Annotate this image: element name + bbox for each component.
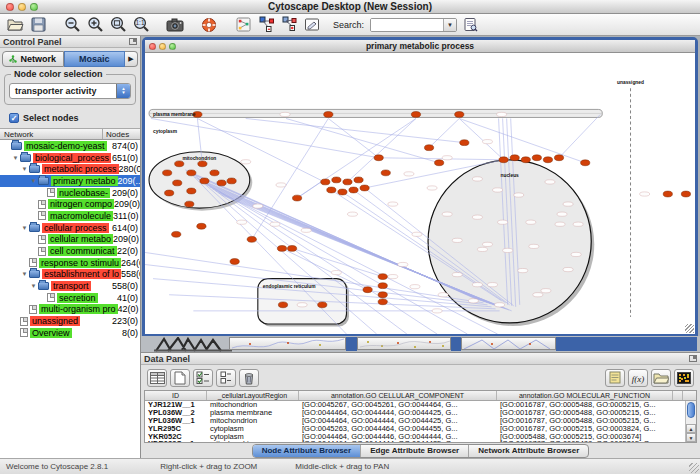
select-attributes-icon[interactable] [193, 369, 213, 387]
graph-node[interactable] [200, 178, 209, 184]
tree-item[interactable]: cellular metabo209(0) [0, 234, 140, 246]
graph-node-small[interactable] [412, 232, 422, 236]
tab-edge-attribute-browser[interactable]: Edge Attribute Browser [361, 445, 469, 457]
graph-node-small[interactable] [432, 309, 442, 313]
expand-arrow-icon[interactable]: ▼ [29, 178, 38, 184]
expand-arrow-icon[interactable]: ▼ [20, 225, 29, 231]
advanced-search-icon[interactable] [460, 16, 480, 34]
attribute-editor-icon[interactable] [605, 369, 625, 387]
graph-node[interactable] [321, 179, 330, 185]
tree-item[interactable]: response to stimulu264(0) [0, 257, 140, 269]
zoom-selected-icon[interactable]: 1:1 [131, 16, 151, 34]
graph-node[interactable] [543, 157, 552, 163]
graph-node-small[interactable] [427, 186, 437, 190]
float-panel-icon[interactable] [129, 38, 137, 45]
node-color-dropdown[interactable]: transporter activity ▲▼ [9, 83, 131, 99]
network-view-window[interactable]: primary metabolic process [142, 37, 698, 337]
graph-node[interactable] [532, 155, 541, 161]
vizmapper-icon[interactable] [256, 16, 276, 34]
graph-node-small[interactable] [388, 202, 398, 206]
tree-item[interactable]: Overview8(0) [0, 327, 140, 339]
graph-node-small[interactable] [452, 238, 462, 242]
graph-node-small[interactable] [301, 228, 311, 232]
graph-node-small[interactable] [533, 293, 543, 297]
graph-node[interactable] [185, 201, 194, 207]
scrollbar-thumb[interactable] [687, 402, 695, 418]
graph-node-small[interactable] [495, 303, 505, 307]
graph-node-small[interactable] [482, 140, 492, 144]
graph-node-small[interactable] [297, 303, 307, 307]
graph-node-small[interactable] [237, 220, 247, 224]
graph-node-small[interactable] [472, 177, 482, 181]
tree-item[interactable]: ▼establishment of lo558(0) [0, 269, 140, 281]
open-icon[interactable] [5, 16, 25, 34]
column-header[interactable] [673, 391, 683, 400]
graph-node[interactable] [227, 178, 236, 184]
table-row[interactable]: YDR039C__1mitochondrion[GO:0044464, GO:0… [145, 440, 696, 443]
graph-node-small[interactable] [276, 183, 286, 187]
graph-node-small[interactable] [438, 293, 448, 297]
graph-node[interactable] [163, 170, 172, 176]
graph-node[interactable] [187, 188, 196, 194]
graph-node-small[interactable] [347, 212, 357, 216]
graph-node[interactable] [165, 190, 174, 196]
function-builder-icon[interactable]: f(x) [628, 369, 648, 387]
expand-arrow-icon[interactable]: ▼ [11, 155, 20, 161]
graph-node-small[interactable] [557, 212, 567, 216]
graph-node[interactable] [197, 223, 206, 229]
graph-node[interactable] [338, 189, 347, 195]
graph-node[interactable] [510, 155, 519, 161]
graph-node[interactable] [198, 161, 207, 167]
graph-node-small[interactable] [541, 289, 551, 293]
background-window-edge[interactable] [346, 337, 357, 351]
graph-node[interactable] [435, 160, 444, 166]
expand-arrow-icon[interactable]: ▼ [20, 166, 29, 172]
graph-node-small[interactable] [526, 220, 536, 224]
import-table-icon[interactable] [147, 369, 167, 387]
graph-node-small[interactable] [563, 267, 573, 271]
graph-node-small[interactable] [503, 248, 513, 252]
column-header[interactable]: _cellularLayoutRegion [207, 391, 299, 400]
graph-node-small[interactable] [253, 204, 263, 208]
background-window-thumbnail[interactable] [357, 337, 451, 350]
graph-node-small[interactable] [573, 222, 583, 226]
graph-node[interactable] [210, 170, 219, 176]
column-header[interactable]: annotation.GO CELLULAR_COMPONENT [299, 391, 497, 400]
graph-node[interactable] [327, 187, 336, 193]
delete-attribute-icon[interactable] [239, 369, 259, 387]
graph-node[interactable] [581, 160, 590, 166]
graph-node[interactable] [292, 195, 301, 201]
graph-node[interactable] [460, 140, 469, 146]
graph-node[interactable] [343, 179, 352, 185]
graph-node[interactable] [363, 287, 372, 293]
network-canvas[interactable]: plasma membrane cytoplasm mitochondrion … [145, 53, 695, 334]
graph-node-small[interactable] [472, 215, 482, 219]
search-input[interactable] [371, 19, 443, 31]
save-icon[interactable] [28, 16, 48, 34]
tree-item[interactable]: secretion41(0) [0, 292, 140, 304]
graph-node[interactable] [455, 112, 464, 118]
tree-item[interactable]: mosaic-demo-yeast874(0) [0, 140, 140, 152]
graph-node-small[interactable] [514, 193, 524, 197]
graph-node[interactable] [499, 157, 508, 163]
tree-item[interactable]: cell communicat22(0) [0, 245, 140, 257]
graph-node-small[interactable] [442, 156, 452, 160]
column-header[interactable]: annotation.GO MOLECULAR_FUNCTION [497, 391, 673, 400]
unselect-attributes-icon[interactable] [216, 369, 236, 387]
tab-node-attribute-browser[interactable]: Node Attribute Browser [253, 445, 362, 457]
tree-item[interactable]: ▼biological_process651(0) [0, 152, 140, 164]
graph-node[interactable] [278, 302, 287, 308]
graph-node[interactable] [360, 185, 369, 191]
column-header[interactable]: ID [145, 391, 207, 400]
graph-node[interactable] [332, 177, 341, 183]
graph-node-small[interactable] [640, 192, 650, 196]
tree-col-nodes[interactable]: Nodes [103, 129, 140, 139]
network-canvas-svg[interactable]: plasma membrane cytoplasm mitochondrion … [145, 53, 695, 334]
table-scrollbar[interactable]: ▲ ▼ [685, 401, 696, 442]
graph-node[interactable] [172, 231, 181, 237]
new-attribute-icon[interactable] [170, 369, 190, 387]
graph-node-small[interactable] [452, 272, 462, 276]
annotation-icon[interactable] [302, 16, 322, 34]
tree-item[interactable]: ▼transport558(0) [0, 280, 140, 292]
vizmapper-alt-icon[interactable] [279, 16, 299, 34]
